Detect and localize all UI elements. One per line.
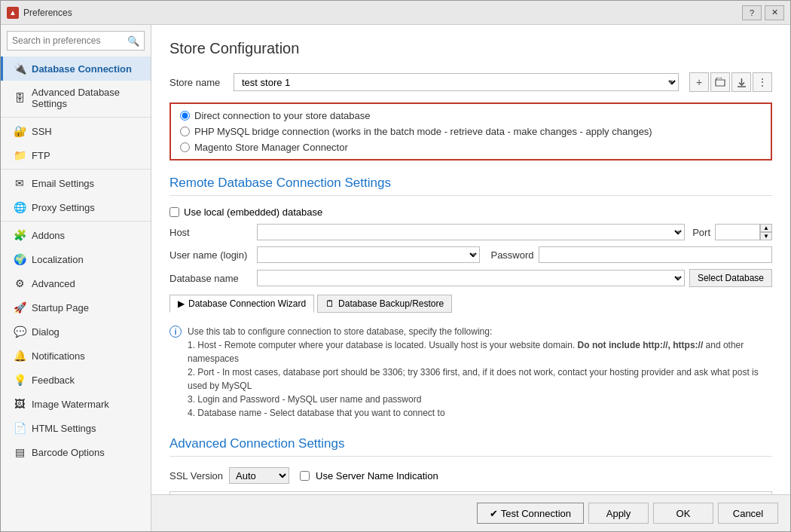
ssl-version-select[interactable]: AutoTLSv1TLSv1.1TLSv1.2SSLv2SSLv3: [229, 467, 289, 484]
email-icon: ✉: [14, 177, 26, 189]
addons-icon: 🧩: [14, 229, 26, 241]
more-options-button[interactable]: ⋮: [753, 72, 772, 92]
user-select-wrapper: ▼: [257, 246, 480, 263]
port-label: Port: [692, 227, 710, 238]
sidebar-item-ftp[interactable]: 📁 FTP: [1, 143, 151, 167]
window-controls: ? ✕: [742, 5, 784, 20]
use-local-checkbox[interactable]: [170, 207, 179, 217]
test-connection-button[interactable]: ✔ Test Connection: [477, 503, 584, 524]
sidebar-item-label: HTML Settings: [32, 423, 96, 434]
app-icon: ▲: [7, 7, 19, 19]
backup-icon: 🗒: [325, 298, 334, 309]
apply-button[interactable]: Apply: [588, 503, 649, 524]
add-store-button[interactable]: +: [689, 72, 709, 92]
radio-magento[interactable]: Magento Store Manager Connector: [180, 142, 762, 153]
user-pass-row: User name (login) ▼ Password: [170, 246, 772, 263]
info-box: i Use this tab to configure connection t…: [170, 320, 772, 424]
select-database-button[interactable]: Select Database: [689, 269, 772, 287]
store-name-row: Store name test store 1 ▼ + ⋮: [170, 72, 772, 92]
password-input[interactable]: [539, 246, 772, 263]
search-box[interactable]: 🔍: [7, 31, 145, 50]
play-icon: ▶: [178, 298, 185, 309]
port-down-button[interactable]: ▼: [760, 232, 772, 240]
sidebar-item-localization[interactable]: 🌍 Localization: [1, 247, 151, 271]
open-store-button[interactable]: [710, 72, 730, 92]
ssl-label: SSL Version: [170, 470, 223, 482]
backup-button[interactable]: 🗒 Database Backup/Restore: [317, 295, 452, 313]
window-title: Preferences: [23, 8, 742, 18]
sidebar-divider-3: [1, 221, 151, 222]
radio-direct-label: Direct connection to your store database: [194, 110, 370, 121]
content-scroll: Store Configuration Store name test stor…: [151, 25, 790, 494]
sidebar-items-list: 🔌 Database Connection 🗄 Advanced Databas…: [1, 57, 151, 531]
wizard-button[interactable]: ▶ Database Connection Wizard: [170, 295, 314, 313]
search-input[interactable]: [12, 35, 127, 46]
advanced-section: Advanced Connection Settings SSL Version…: [170, 436, 772, 484]
store-name-select[interactable]: test store 1: [234, 73, 679, 91]
radio-direct[interactable]: Direct connection to your store database: [180, 110, 762, 121]
sidebar-item-label: Notifications: [32, 350, 85, 362]
sidebar-item-label: Dialog: [32, 326, 60, 338]
database-connection-icon: 🔌: [14, 63, 26, 75]
sidebar-item-feedback[interactable]: 💡 Feedback: [1, 368, 151, 392]
localization-icon: 🌍: [14, 253, 26, 265]
help-button[interactable]: ?: [742, 5, 762, 20]
info-text: Use this tab to configure connection to …: [188, 325, 772, 420]
host-select-wrapper: ▼: [257, 224, 685, 240]
cancel-button[interactable]: Cancel: [718, 503, 778, 524]
store-name-label: Store name: [170, 77, 226, 88]
sidebar-item-dialog[interactable]: 💬 Dialog: [1, 320, 151, 344]
feedback-icon: 💡: [14, 374, 26, 386]
ftp-icon: 📁: [14, 149, 26, 161]
ssh-icon: 🔐: [14, 125, 26, 137]
sidebar-item-label: Barcode Options: [32, 447, 105, 458]
sidebar-item-label: Startup Page: [32, 302, 89, 313]
sidebar-item-barcode-options[interactable]: ▤ Barcode Options: [1, 440, 151, 464]
host-select[interactable]: [257, 224, 685, 240]
html-icon: 📄: [14, 422, 26, 434]
sidebar-item-ssh[interactable]: 🔐 SSH: [1, 119, 151, 143]
watermark-icon: 🖼: [14, 398, 26, 410]
toolbar-icons: + ⋮: [689, 72, 772, 92]
sidebar-item-startup-page[interactable]: 🚀 Startup Page: [1, 295, 151, 320]
sidebar-item-html-settings[interactable]: 📄 HTML Settings: [1, 416, 151, 440]
sidebar-item-email-settings[interactable]: ✉ Email Settings: [1, 171, 151, 195]
password-label: Password: [490, 249, 533, 261]
sidebar-item-advanced[interactable]: ⚙ Advanced: [1, 271, 151, 295]
proxy-icon: 🌐: [14, 201, 26, 213]
advanced-section-title: Advanced Connection Settings: [170, 436, 772, 457]
main-layout: 🔍 🔌 Database Connection 🗄 Advanced Datab…: [1, 25, 790, 531]
download-store-button[interactable]: [731, 72, 751, 92]
bottom-toolbar: ✔ Test Connection Apply OK Cancel: [151, 494, 790, 531]
sidebar-item-label: Localization: [32, 254, 84, 265]
use-sni-label: Use Server Name Indication: [316, 470, 438, 482]
dbname-row: Database name ▼ Select Database: [170, 269, 772, 287]
port-spinner: ▲ ▼: [760, 224, 772, 240]
use-local-label: Use local (embedded) database: [184, 206, 322, 218]
sidebar-item-proxy-settings[interactable]: 🌐 Proxy Settings: [1, 195, 151, 219]
sidebar-item-notifications[interactable]: 🔔 Notifications: [1, 344, 151, 368]
dbname-select-wrapper: ▼: [257, 270, 685, 286]
sidebar-item-image-watermark[interactable]: 🖼 Image Watermark: [1, 392, 151, 416]
sidebar-item-addons[interactable]: 🧩 Addons: [1, 223, 151, 247]
advanced-database-icon: 🗄: [14, 92, 26, 104]
sidebar-item-database-connection[interactable]: 🔌 Database Connection: [1, 57, 151, 81]
port-up-button[interactable]: ▲: [760, 224, 772, 232]
sidebar-item-advanced-database-settings[interactable]: 🗄 Advanced Database Settings: [1, 81, 151, 115]
info-icon: i: [170, 326, 182, 338]
sidebar-item-label: Advanced Database Settings: [32, 87, 143, 109]
radio-php-bridge[interactable]: PHP MySQL bridge connection (works in th…: [180, 126, 762, 137]
sidebar-item-label: Feedback: [32, 375, 75, 386]
port-input[interactable]: 3306: [715, 224, 760, 240]
preferences-window: ▲ Preferences ? ✕ 🔍 🔌 Database Connectio…: [0, 0, 791, 532]
sidebar-item-label: SSH: [32, 126, 52, 137]
radio-php-bridge-label: PHP MySQL bridge connection (works in th…: [194, 126, 652, 137]
ok-button[interactable]: OK: [653, 503, 713, 524]
advanced-icon: ⚙: [14, 277, 26, 289]
dbname-select[interactable]: [257, 270, 685, 286]
close-button[interactable]: ✕: [765, 5, 784, 20]
store-name-select-wrapper: test store 1 ▼: [234, 73, 679, 91]
use-sni-checkbox[interactable]: [300, 471, 310, 481]
page-title: Store Configuration: [170, 40, 772, 60]
user-select[interactable]: [257, 246, 480, 263]
